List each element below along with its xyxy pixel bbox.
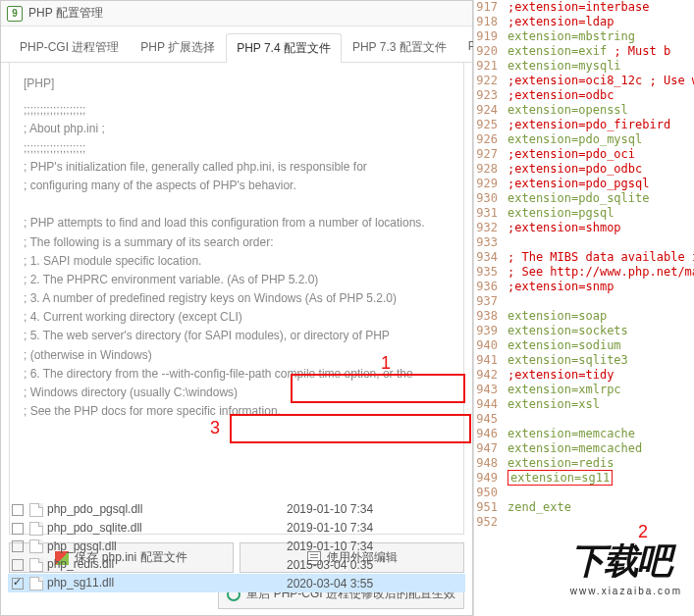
ini-content[interactable]: [PHP] ;;;;;;;;;;;;;;;;;;;; About php.ini…	[9, 62, 464, 535]
tab-0[interactable]: PHP-CGI 进程管理	[9, 32, 130, 62]
file-row[interactable]: php_pdo_sqlite.dll2019-01-10 7:34	[8, 519, 465, 538]
code-line[interactable]: 930extension=pdo_sqlite	[474, 191, 694, 206]
code-line[interactable]: 941extension=sqlite3	[474, 353, 694, 368]
code-line[interactable]: 920extension=exif ; Must b	[474, 44, 694, 59]
code-line[interactable]: 945	[474, 412, 694, 427]
code-line[interactable]: 933	[474, 235, 694, 250]
code-line[interactable]: 932;extension=shmop	[474, 221, 694, 235]
ini-line: ; 1. SAPI module specific location.	[24, 252, 450, 271]
line-number: 917	[474, 0, 502, 15]
code-line[interactable]: 921extension=mysqli	[474, 59, 694, 74]
checkbox-icon[interactable]	[12, 578, 24, 590]
code-line[interactable]: 942;extension=tidy	[474, 368, 694, 383]
line-number: 933	[474, 235, 502, 250]
code-text	[502, 294, 507, 309]
tab-1[interactable]: PHP 扩展选择	[130, 32, 226, 62]
file-row[interactable]: php_sg11.dll2020-03-04 3:55	[8, 574, 465, 592]
code-line[interactable]: 926extension=pdo_mysql	[474, 132, 694, 147]
code-line[interactable]: 922;extension=oci8_12c ; Use w	[474, 74, 694, 88]
code-line[interactable]: 927;extension=pdo_oci	[474, 147, 694, 162]
line-number: 922	[474, 74, 502, 88]
line-number: 946	[474, 427, 502, 441]
code-text: extension=mbstring	[502, 29, 635, 44]
code-text: extension=pdo_mysql	[502, 132, 642, 147]
ini-line: ; 2. The PHPRC environment variable. (As…	[24, 271, 450, 289]
code-line[interactable]: 943extension=xmlrpc	[474, 383, 694, 397]
code-text: ;extension=pdo_odbc	[502, 162, 642, 177]
code-text: extension=sockets	[502, 324, 628, 338]
checkbox-icon[interactable]	[12, 504, 24, 516]
code-line[interactable]: 946extension=memcache	[474, 427, 694, 441]
line-number: 919	[474, 29, 502, 44]
code-line[interactable]: 928;extension=pdo_odbc	[474, 162, 694, 177]
code-line[interactable]: 951zend_exte	[474, 500, 694, 515]
tab-2[interactable]: PHP 7.4 配置文件	[226, 33, 342, 63]
code-line[interactable]: 952	[474, 515, 694, 530]
line-number: 928	[474, 162, 502, 177]
file-row[interactable]: php_redis.dll2015-03-04 0:35	[8, 555, 465, 574]
code-line[interactable]: 934; The MIBS data available in	[474, 250, 694, 265]
checkbox-icon[interactable]	[12, 540, 24, 552]
line-number: 936	[474, 280, 502, 294]
code-text: zend_exte	[502, 500, 571, 515]
line-number: 930	[474, 191, 502, 206]
code-line[interactable]: 917;extension=interbase	[474, 0, 694, 15]
line-number: 921	[474, 59, 502, 74]
code-line[interactable]: 924extension=openssl	[474, 103, 694, 118]
file-row[interactable]: php_pgsql.dll2019-01-10 7:34	[8, 538, 465, 556]
code-line[interactable]: 931extension=pgsql	[474, 206, 694, 221]
checkbox-icon[interactable]	[12, 559, 24, 571]
code-line[interactable]: 937	[474, 294, 694, 309]
code-line[interactable]: 929;extension=pdo_pgsql	[474, 177, 694, 191]
line-number: 932	[474, 221, 502, 235]
code-text: ;extension=pdo_oci	[502, 147, 635, 162]
code-line[interactable]: 949extension=sg11	[474, 471, 694, 486]
line-number: 937	[474, 294, 502, 309]
code-line[interactable]: 950	[474, 486, 694, 500]
code-text	[502, 235, 507, 250]
file-icon	[29, 577, 43, 590]
code-line[interactable]: 923;extension=odbc	[474, 88, 694, 103]
code-line[interactable]: 947extension=memcached	[474, 441, 694, 456]
line-number: 950	[474, 486, 502, 500]
line-number: 949	[474, 471, 502, 486]
tabs: PHP-CGI 进程管理PHP 扩展选择PHP 7.4 配置文件PHP 7.3 …	[1, 26, 472, 63]
code-editor[interactable]: 917;extension=interbase918;extension=lda…	[473, 0, 694, 616]
file-date: 2020-03-04 3:55	[283, 574, 465, 592]
code-text: ; The MIBS data available in	[502, 250, 694, 265]
line-number: 942	[474, 368, 502, 383]
code-text: ;extension=pdo_firebird	[502, 118, 670, 132]
file-list: php_pdo_pgsql.dll2019-01-10 7:34php_pdo_…	[8, 500, 465, 592]
code-text: ;extension=interbase	[502, 0, 650, 15]
code-line[interactable]: 919extension=mbstring	[474, 29, 694, 44]
ini-line: ; 5. The web server's directory (for SAP…	[24, 327, 450, 345]
ini-line: ; configuring many of the aspects of PHP…	[24, 177, 450, 195]
checkbox-icon[interactable]	[12, 523, 24, 535]
line-number: 929	[474, 177, 502, 191]
code-text: extension=sodium	[502, 338, 621, 353]
tab-3[interactable]: PHP 7.3 配置文件	[342, 32, 457, 62]
code-text: extension=xsl	[502, 397, 600, 412]
code-line[interactable]: 939extension=sockets	[474, 324, 694, 338]
ini-line: ; About php.ini ;	[24, 120, 450, 138]
code-text: ;extension=pdo_pgsql	[502, 177, 650, 191]
code-line[interactable]: 935; See http://www.php.net/man	[474, 265, 694, 280]
annotation-label-1: 1	[381, 353, 391, 374]
line-number: 943	[474, 383, 502, 397]
code-line[interactable]: 944extension=xsl	[474, 397, 694, 412]
code-line[interactable]: 918;extension=ldap	[474, 15, 694, 29]
code-line[interactable]: 936;extension=snmp	[474, 280, 694, 294]
file-row[interactable]: php_pdo_pgsql.dll2019-01-10 7:34	[8, 500, 465, 519]
code-line[interactable]: 925;extension=pdo_firebird	[474, 118, 694, 132]
line-number: 947	[474, 441, 502, 456]
ini-line: ; PHP attempts to find and load this con…	[24, 214, 450, 232]
code-text: extension=pdo_sqlite	[502, 191, 650, 206]
file-icon	[29, 558, 43, 572]
code-line[interactable]: 948extension=redis	[474, 456, 694, 471]
code-text: ;extension=tidy	[502, 368, 614, 383]
code-line[interactable]: 938extension=soap	[474, 309, 694, 324]
code-text	[502, 486, 507, 500]
file-icon	[29, 539, 43, 553]
code-line[interactable]: 940extension=sodium	[474, 338, 694, 353]
code-text: ;extension=snmp	[502, 280, 614, 294]
